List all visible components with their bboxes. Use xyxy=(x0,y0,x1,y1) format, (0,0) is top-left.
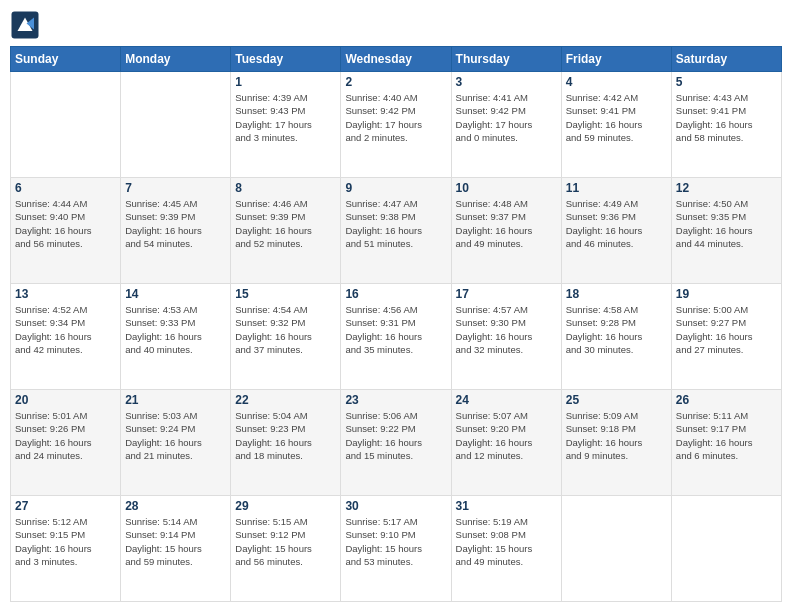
day-cell: 6Sunrise: 4:44 AMSunset: 9:40 PMDaylight… xyxy=(11,178,121,284)
day-cell: 29Sunrise: 5:15 AMSunset: 9:12 PMDayligh… xyxy=(231,496,341,602)
day-number: 1 xyxy=(235,75,336,89)
day-info: Sunrise: 4:56 AMSunset: 9:31 PMDaylight:… xyxy=(345,303,446,356)
day-cell: 3Sunrise: 4:41 AMSunset: 9:42 PMDaylight… xyxy=(451,72,561,178)
day-header-sunday: Sunday xyxy=(11,47,121,72)
day-cell: 23Sunrise: 5:06 AMSunset: 9:22 PMDayligh… xyxy=(341,390,451,496)
day-cell: 12Sunrise: 4:50 AMSunset: 9:35 PMDayligh… xyxy=(671,178,781,284)
day-info: Sunrise: 4:54 AMSunset: 9:32 PMDaylight:… xyxy=(235,303,336,356)
day-number: 19 xyxy=(676,287,777,301)
day-cell: 19Sunrise: 5:00 AMSunset: 9:27 PMDayligh… xyxy=(671,284,781,390)
day-cell: 31Sunrise: 5:19 AMSunset: 9:08 PMDayligh… xyxy=(451,496,561,602)
day-number: 20 xyxy=(15,393,116,407)
day-cell xyxy=(11,72,121,178)
day-number: 3 xyxy=(456,75,557,89)
day-cell: 2Sunrise: 4:40 AMSunset: 9:42 PMDaylight… xyxy=(341,72,451,178)
day-cell xyxy=(121,72,231,178)
week-row-4: 20Sunrise: 5:01 AMSunset: 9:26 PMDayligh… xyxy=(11,390,782,496)
day-cell: 10Sunrise: 4:48 AMSunset: 9:37 PMDayligh… xyxy=(451,178,561,284)
day-info: Sunrise: 4:43 AMSunset: 9:41 PMDaylight:… xyxy=(676,91,777,144)
day-cell: 25Sunrise: 5:09 AMSunset: 9:18 PMDayligh… xyxy=(561,390,671,496)
day-number: 24 xyxy=(456,393,557,407)
day-cell: 16Sunrise: 4:56 AMSunset: 9:31 PMDayligh… xyxy=(341,284,451,390)
day-info: Sunrise: 4:47 AMSunset: 9:38 PMDaylight:… xyxy=(345,197,446,250)
day-number: 26 xyxy=(676,393,777,407)
day-number: 30 xyxy=(345,499,446,513)
day-header-monday: Monday xyxy=(121,47,231,72)
day-header-saturday: Saturday xyxy=(671,47,781,72)
day-info: Sunrise: 5:12 AMSunset: 9:15 PMDaylight:… xyxy=(15,515,116,568)
day-number: 25 xyxy=(566,393,667,407)
day-number: 22 xyxy=(235,393,336,407)
day-cell: 8Sunrise: 4:46 AMSunset: 9:39 PMDaylight… xyxy=(231,178,341,284)
day-number: 27 xyxy=(15,499,116,513)
day-cell: 18Sunrise: 4:58 AMSunset: 9:28 PMDayligh… xyxy=(561,284,671,390)
day-info: Sunrise: 5:06 AMSunset: 9:22 PMDaylight:… xyxy=(345,409,446,462)
day-number: 13 xyxy=(15,287,116,301)
day-header-friday: Friday xyxy=(561,47,671,72)
day-info: Sunrise: 4:58 AMSunset: 9:28 PMDaylight:… xyxy=(566,303,667,356)
day-cell xyxy=(561,496,671,602)
header xyxy=(10,10,782,40)
day-number: 18 xyxy=(566,287,667,301)
day-info: Sunrise: 5:15 AMSunset: 9:12 PMDaylight:… xyxy=(235,515,336,568)
day-number: 14 xyxy=(125,287,226,301)
day-info: Sunrise: 4:41 AMSunset: 9:42 PMDaylight:… xyxy=(456,91,557,144)
day-number: 11 xyxy=(566,181,667,195)
day-info: Sunrise: 5:00 AMSunset: 9:27 PMDaylight:… xyxy=(676,303,777,356)
calendar-body: 1Sunrise: 4:39 AMSunset: 9:43 PMDaylight… xyxy=(11,72,782,602)
calendar: SundayMondayTuesdayWednesdayThursdayFrid… xyxy=(10,46,782,602)
day-cell: 22Sunrise: 5:04 AMSunset: 9:23 PMDayligh… xyxy=(231,390,341,496)
day-info: Sunrise: 4:50 AMSunset: 9:35 PMDaylight:… xyxy=(676,197,777,250)
day-cell: 14Sunrise: 4:53 AMSunset: 9:33 PMDayligh… xyxy=(121,284,231,390)
day-cell: 26Sunrise: 5:11 AMSunset: 9:17 PMDayligh… xyxy=(671,390,781,496)
day-info: Sunrise: 4:45 AMSunset: 9:39 PMDaylight:… xyxy=(125,197,226,250)
day-number: 28 xyxy=(125,499,226,513)
day-number: 5 xyxy=(676,75,777,89)
day-info: Sunrise: 4:48 AMSunset: 9:37 PMDaylight:… xyxy=(456,197,557,250)
day-info: Sunrise: 5:14 AMSunset: 9:14 PMDaylight:… xyxy=(125,515,226,568)
day-number: 2 xyxy=(345,75,446,89)
calendar-header: SundayMondayTuesdayWednesdayThursdayFrid… xyxy=(11,47,782,72)
day-info: Sunrise: 4:49 AMSunset: 9:36 PMDaylight:… xyxy=(566,197,667,250)
day-number: 8 xyxy=(235,181,336,195)
day-info: Sunrise: 5:11 AMSunset: 9:17 PMDaylight:… xyxy=(676,409,777,462)
day-info: Sunrise: 5:17 AMSunset: 9:10 PMDaylight:… xyxy=(345,515,446,568)
day-number: 16 xyxy=(345,287,446,301)
day-cell: 13Sunrise: 4:52 AMSunset: 9:34 PMDayligh… xyxy=(11,284,121,390)
day-info: Sunrise: 4:42 AMSunset: 9:41 PMDaylight:… xyxy=(566,91,667,144)
week-row-2: 6Sunrise: 4:44 AMSunset: 9:40 PMDaylight… xyxy=(11,178,782,284)
day-cell: 5Sunrise: 4:43 AMSunset: 9:41 PMDaylight… xyxy=(671,72,781,178)
day-cell xyxy=(671,496,781,602)
day-cell: 17Sunrise: 4:57 AMSunset: 9:30 PMDayligh… xyxy=(451,284,561,390)
day-info: Sunrise: 4:52 AMSunset: 9:34 PMDaylight:… xyxy=(15,303,116,356)
day-cell: 21Sunrise: 5:03 AMSunset: 9:24 PMDayligh… xyxy=(121,390,231,496)
day-cell: 27Sunrise: 5:12 AMSunset: 9:15 PMDayligh… xyxy=(11,496,121,602)
day-cell: 4Sunrise: 4:42 AMSunset: 9:41 PMDaylight… xyxy=(561,72,671,178)
week-row-5: 27Sunrise: 5:12 AMSunset: 9:15 PMDayligh… xyxy=(11,496,782,602)
logo xyxy=(10,10,44,40)
day-cell: 7Sunrise: 4:45 AMSunset: 9:39 PMDaylight… xyxy=(121,178,231,284)
day-header-thursday: Thursday xyxy=(451,47,561,72)
day-header-wednesday: Wednesday xyxy=(341,47,451,72)
day-number: 23 xyxy=(345,393,446,407)
day-number: 15 xyxy=(235,287,336,301)
day-cell: 15Sunrise: 4:54 AMSunset: 9:32 PMDayligh… xyxy=(231,284,341,390)
day-info: Sunrise: 5:07 AMSunset: 9:20 PMDaylight:… xyxy=(456,409,557,462)
day-info: Sunrise: 4:57 AMSunset: 9:30 PMDaylight:… xyxy=(456,303,557,356)
day-cell: 28Sunrise: 5:14 AMSunset: 9:14 PMDayligh… xyxy=(121,496,231,602)
day-cell: 9Sunrise: 4:47 AMSunset: 9:38 PMDaylight… xyxy=(341,178,451,284)
day-info: Sunrise: 4:40 AMSunset: 9:42 PMDaylight:… xyxy=(345,91,446,144)
day-cell: 30Sunrise: 5:17 AMSunset: 9:10 PMDayligh… xyxy=(341,496,451,602)
week-row-1: 1Sunrise: 4:39 AMSunset: 9:43 PMDaylight… xyxy=(11,72,782,178)
day-number: 29 xyxy=(235,499,336,513)
day-info: Sunrise: 5:09 AMSunset: 9:18 PMDaylight:… xyxy=(566,409,667,462)
day-info: Sunrise: 5:19 AMSunset: 9:08 PMDaylight:… xyxy=(456,515,557,568)
day-cell: 24Sunrise: 5:07 AMSunset: 9:20 PMDayligh… xyxy=(451,390,561,496)
day-info: Sunrise: 5:03 AMSunset: 9:24 PMDaylight:… xyxy=(125,409,226,462)
day-info: Sunrise: 5:01 AMSunset: 9:26 PMDaylight:… xyxy=(15,409,116,462)
day-number: 6 xyxy=(15,181,116,195)
day-number: 21 xyxy=(125,393,226,407)
day-header-tuesday: Tuesday xyxy=(231,47,341,72)
day-info: Sunrise: 4:39 AMSunset: 9:43 PMDaylight:… xyxy=(235,91,336,144)
day-number: 7 xyxy=(125,181,226,195)
